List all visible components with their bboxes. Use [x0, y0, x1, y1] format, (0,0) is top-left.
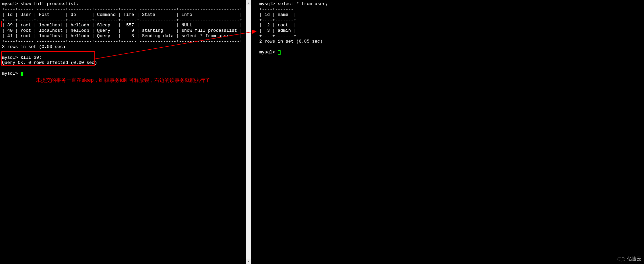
cursor-icon	[21, 72, 23, 76]
result-line: Query OK, 0 rows affected (0.00 sec)	[2, 60, 97, 65]
table-divider: +----+-------+	[259, 7, 296, 12]
terminal-output: mysql> show full processlist; +----+----…	[2, 1, 249, 76]
command: kill 39;	[21, 55, 42, 60]
table-divider: +----+-------+	[259, 33, 296, 39]
prompt: mysql>	[2, 55, 18, 60]
result-summary: 3 rows in set (0.00 sec)	[2, 44, 65, 49]
table-row: | 39 | root | localhost | hellodb | Slee…	[2, 23, 242, 28]
scrollbar-up-icon[interactable]: ▴	[246, 0, 251, 5]
table-header: | Id | User | Host | db | Command | Time…	[2, 12, 242, 17]
watermark-text: 亿速云	[627, 256, 641, 262]
command: show full processlist;	[21, 1, 79, 6]
prompt: mysql>	[259, 1, 275, 6]
prompt: mysql>	[259, 50, 275, 55]
table-divider: +----+-------+	[259, 18, 296, 23]
table-header: | id | name |	[259, 12, 296, 17]
watermark: 亿速云	[617, 256, 641, 262]
terminal-output: mysql> select * from user; +----+-------…	[259, 1, 642, 55]
scrollbar[interactable]: ▴ ▾	[246, 0, 251, 264]
table-divider: +----+------+-----------+---------+-----…	[2, 18, 242, 23]
cloud-icon	[617, 256, 626, 262]
table-row: | 41 | root | localhost | hellodb | Quer…	[2, 33, 242, 39]
left-terminal-pane[interactable]: mysql> show full processlist; +----+----…	[0, 0, 251, 264]
annotation-text: 未提交的事务一直在sleep，kill掉事务id即可释放锁，右边的读事务就能执行…	[36, 77, 210, 83]
prompt: mysql>	[2, 71, 18, 76]
prompt: mysql>	[2, 1, 18, 6]
cursor-icon	[278, 50, 281, 55]
right-terminal-pane[interactable]: mysql> select * from user; +----+-------…	[257, 0, 644, 264]
table-row: | 3 | admin |	[259, 28, 296, 33]
command: select * from user;	[278, 1, 328, 6]
table-row: | 40 | root | localhost | hellodb | Quer…	[2, 28, 242, 33]
result-summary: 2 rows in set (6.85 sec)	[259, 39, 323, 44]
scrollbar-down-icon[interactable]: ▾	[246, 259, 251, 264]
table-divider: +----+------+-----------+---------+-----…	[2, 7, 242, 12]
table-divider: +----+------+-----------+---------+-----…	[2, 39, 242, 44]
table-row: | 2 | root |	[259, 23, 296, 28]
